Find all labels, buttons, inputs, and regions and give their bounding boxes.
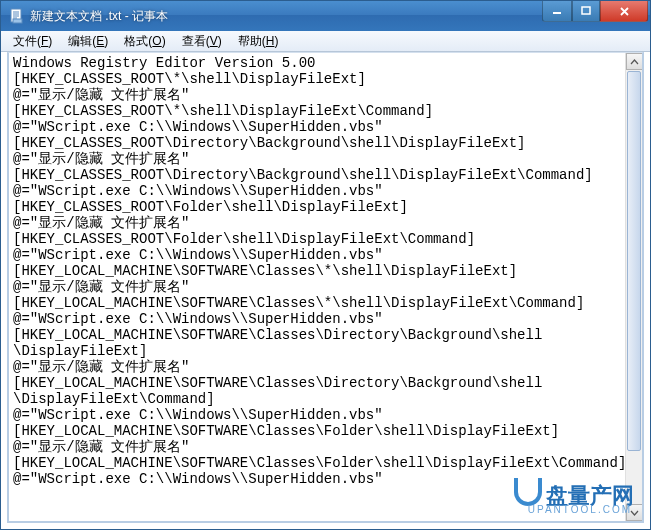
- menu-file[interactable]: 文件(F): [5, 31, 60, 52]
- svg-rect-2: [553, 12, 561, 14]
- scroll-up-button[interactable]: [626, 53, 643, 70]
- svg-rect-1: [13, 19, 22, 23]
- titlebar[interactable]: 新建文本文档 .txt - 记事本: [1, 1, 650, 31]
- window-title: 新建文本文档 .txt - 记事本: [30, 8, 542, 25]
- close-button[interactable]: [600, 1, 648, 22]
- menu-format[interactable]: 格式(O): [116, 31, 173, 52]
- notepad-window: 新建文本文档 .txt - 记事本 文件(F) 编辑(E) 格式(O) 查看(V…: [0, 0, 651, 530]
- minimize-button[interactable]: [542, 1, 572, 22]
- chevron-up-icon: [630, 59, 639, 65]
- menu-view[interactable]: 查看(V): [174, 31, 230, 52]
- chevron-down-icon: [630, 510, 639, 516]
- editor-frame: Windows Registry Editor Version 5.00 [HK…: [7, 52, 644, 523]
- menubar: 文件(F) 编辑(E) 格式(O) 查看(V) 帮助(H): [1, 31, 650, 52]
- text-area[interactable]: Windows Registry Editor Version 5.00 [HK…: [9, 53, 642, 521]
- maximize-icon: [581, 6, 591, 16]
- maximize-button[interactable]: [572, 1, 600, 22]
- close-icon: [619, 6, 630, 17]
- menu-edit[interactable]: 编辑(E): [60, 31, 116, 52]
- svg-rect-3: [582, 7, 590, 14]
- scroll-thumb[interactable]: [627, 71, 641, 451]
- app-icon: [9, 8, 25, 24]
- menu-help[interactable]: 帮助(H): [230, 31, 287, 52]
- vertical-scrollbar[interactable]: [625, 53, 642, 521]
- window-controls: [542, 1, 648, 22]
- minimize-icon: [552, 6, 562, 16]
- scroll-down-button[interactable]: [626, 504, 643, 521]
